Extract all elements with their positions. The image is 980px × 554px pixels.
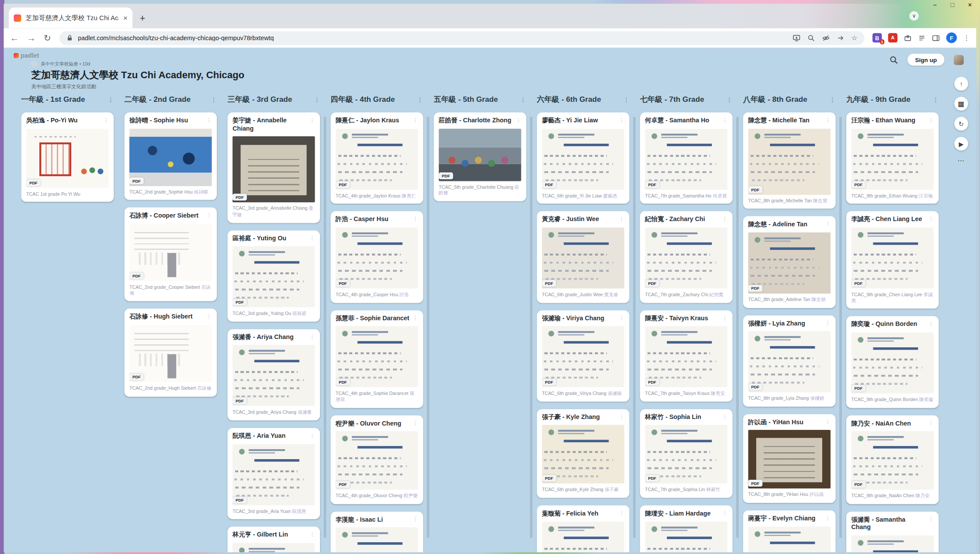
- post-card[interactable]: 石詠博 - Cooper Siebert ⋮ PDF TCAC_2nd grad…: [125, 208, 217, 301]
- attachment-preview[interactable]: PDF: [748, 526, 831, 552]
- attachment-preview[interactable]: PDF: [645, 425, 728, 484]
- post-card[interactable]: 葉馥菊 - Felicia Yeh ⋮ PDF TCAC_6th grade_F…: [537, 506, 629, 552]
- post-menu-icon[interactable]: ⋮: [619, 315, 625, 321]
- attachment-preview[interactable]: PDF: [645, 326, 728, 387]
- post-menu-icon[interactable]: ⋮: [206, 212, 212, 218]
- attachment-preview[interactable]: PDF: [233, 543, 315, 552]
- column-scrollbar[interactable]: [530, 117, 532, 538]
- post-menu-icon[interactable]: ⋮: [722, 117, 727, 123]
- profile-avatar[interactable]: F: [946, 32, 957, 43]
- address-bar[interactable]: padlet.com/mclsaschools/tzu-chi-academy-…: [59, 31, 864, 45]
- back-button[interactable]: ←: [10, 33, 19, 42]
- post-menu-icon[interactable]: ⋮: [825, 221, 831, 227]
- slideshow-button[interactable]: ▶: [954, 137, 968, 150]
- bitmoji-extension-icon[interactable]: B 1: [872, 33, 882, 42]
- reload-button[interactable]: ↻: [44, 33, 51, 42]
- column-menu-icon[interactable]: ⋮: [417, 96, 423, 103]
- attachment-preview[interactable]: PDF: [336, 227, 418, 288]
- post-card[interactable]: 區裕庭 - Yuting Ou ⋮ PDF TCAC_3rd grade_Yut…: [227, 230, 320, 322]
- window-close-button[interactable]: ×: [966, 0, 974, 9]
- post-menu-icon[interactable]: ⋮: [103, 117, 109, 123]
- post-menu-icon[interactable]: ⋮: [619, 510, 625, 516]
- post-card[interactable]: 紀怡寬 - Zachary Chi ⋮ PDF TCAC_7th grade_Z…: [640, 211, 733, 303]
- bookmark-star-icon[interactable]: ☆: [851, 35, 858, 42]
- post-menu-icon[interactable]: ⋮: [309, 531, 315, 537]
- tab-close-icon[interactable]: ×: [123, 14, 128, 22]
- attachment-preview[interactable]: PDF: [233, 136, 315, 203]
- post-menu-icon[interactable]: ⋮: [928, 516, 934, 522]
- post-menu-icon[interactable]: ⋮: [928, 117, 934, 123]
- attachment-preview[interactable]: PDF: [645, 521, 728, 552]
- post-menu-icon[interactable]: ⋮: [309, 235, 315, 241]
- post-card[interactable]: 孫慧菲 - Sophie Darancet ⋮ PDF TCAC_4th gra…: [330, 310, 423, 408]
- attachment-preview[interactable]: PDF: [542, 128, 625, 190]
- post-card[interactable]: 陳瑮安 - Liam Hardage ⋮ PDF TCAC_7th grade_…: [640, 506, 733, 552]
- attachment-preview[interactable]: PDF: [851, 128, 934, 190]
- post-card[interactable]: 許浩 - Casper Hsu ⋮ PDF TCAC_4th grade_Cas…: [330, 211, 423, 303]
- post-card[interactable]: 陳熹安 - Taivyn Kraus ⋮ PDF TCAC_7th grade_…: [640, 310, 733, 402]
- column-scrollbar[interactable]: [736, 117, 739, 538]
- post-card[interactable]: 汪宗瀚 - Ethan Wuang ⋮ PDF TCAC_9th grade_E…: [846, 112, 939, 204]
- post-menu-icon[interactable]: ⋮: [516, 117, 521, 123]
- account-button[interactable]: [954, 55, 964, 65]
- attachment-preview[interactable]: PDF: [851, 535, 934, 552]
- attachment-preview[interactable]: PDF: [542, 326, 625, 387]
- post-card[interactable]: 張樑妍 - Lyia Zhang ⋮ PDF TCAC_8th grade_Ly…: [743, 315, 836, 406]
- post-menu-icon[interactable]: ⋮: [722, 510, 727, 516]
- eye-off-icon[interactable]: [822, 34, 830, 42]
- attachment-preview[interactable]: PDF: [336, 128, 418, 190]
- column-menu-icon[interactable]: ⋮: [829, 96, 835, 103]
- column-scrollbar[interactable]: [324, 117, 327, 538]
- attachment-preview[interactable]: PDF: [439, 128, 521, 181]
- attachment-preview[interactable]: PDF: [645, 227, 728, 288]
- post-menu-icon[interactable]: ⋮: [619, 413, 625, 419]
- attachment-preview[interactable]: PDF: [748, 232, 831, 294]
- post-card[interactable]: 林元亨 - Gilbert Lin ⋮ PDF: [227, 527, 320, 552]
- tab-list-chevron-button[interactable]: ∨: [909, 11, 918, 21]
- column-menu-icon[interactable]: ⋮: [726, 96, 732, 103]
- post-menu-icon[interactable]: ⋮: [825, 117, 831, 123]
- post-card[interactable]: 莊皓晉 - Charlotte Zhong ⋮ PDF TCAC_5th gra…: [434, 112, 526, 201]
- new-tab-button[interactable]: +: [135, 9, 150, 25]
- attachment-preview[interactable]: PDF: [748, 128, 831, 195]
- refresh-button[interactable]: ↻: [954, 117, 968, 130]
- attachment-preview[interactable]: PDF: [645, 128, 728, 190]
- post-card[interactable]: 廖藝杰 - Yi Jie Liaw ⋮ PDF TCAC_6th grade_Y…: [537, 112, 629, 204]
- attachment-preview[interactable]: PDF: [336, 431, 418, 490]
- zoom-icon[interactable]: [807, 34, 815, 42]
- post-menu-icon[interactable]: ⋮: [413, 315, 418, 321]
- post-card[interactable]: 陳念慧 - Michelle Tan ⋮ PDF TCAC_8th grade_…: [743, 112, 836, 209]
- post-card[interactable]: 李漢龍 - Isaac Li ⋮ PDF TCAC_4th grade_Isaa…: [330, 512, 423, 552]
- attachment-preview[interactable]: PDF: [851, 431, 934, 490]
- post-menu-icon[interactable]: ⋮: [309, 117, 315, 123]
- attachment-preview[interactable]: PDF: [129, 325, 212, 382]
- post-card[interactable]: 李誠亮 - Chen Liang Lee ⋮ PDF TCAC_9th grad…: [846, 211, 939, 309]
- install-app-icon[interactable]: [792, 34, 801, 42]
- post-menu-icon[interactable]: ⋮: [722, 315, 727, 321]
- post-menu-icon[interactable]: ⋮: [825, 319, 831, 325]
- post-card[interactable]: 陳奕璇 - Quinn Borden ⋮ PDF TCAC_9th grade_…: [846, 316, 939, 408]
- post-menu-icon[interactable]: ⋮: [619, 117, 625, 123]
- post-menu-icon[interactable]: ⋮: [206, 313, 212, 319]
- post-card[interactable]: 蔣蔓宇 - Evelyn Chiang ⋮ PDF TCAC_8th grade…: [743, 510, 836, 552]
- attachment-preview[interactable]: PDF: [542, 227, 625, 288]
- side-panel-icon[interactable]: [932, 34, 940, 42]
- more-options-button[interactable]: ⋯: [957, 157, 965, 165]
- post-card[interactable]: 張濰喬 - Samantha Chang ⋮ PDF TCAC_9th grad…: [846, 512, 939, 552]
- attachment-preview[interactable]: PDF: [748, 430, 831, 488]
- post-menu-icon[interactable]: ⋮: [825, 515, 831, 521]
- attachment-preview[interactable]: PDF: [233, 246, 315, 307]
- extensions-puzzle-icon[interactable]: [904, 34, 912, 42]
- post-card[interactable]: 程尹樂 - Oluvor Cheng ⋮ PDF TCAC_4th grade_…: [330, 415, 423, 504]
- attachment-preview[interactable]: PDF: [851, 332, 934, 393]
- share-board-button[interactable]: ↑: [954, 77, 968, 90]
- attachment-preview[interactable]: PDF: [129, 128, 212, 186]
- attachment-preview[interactable]: PDF: [233, 345, 315, 406]
- column-menu-icon[interactable]: ⋮: [932, 96, 938, 103]
- column-menu-icon[interactable]: ⋮: [623, 96, 629, 103]
- sign-up-button[interactable]: Sign up: [907, 54, 944, 66]
- attachment-preview[interactable]: PDF: [542, 521, 625, 552]
- acrobat-extension-icon[interactable]: A: [888, 33, 897, 42]
- post-menu-icon[interactable]: ⋮: [309, 333, 315, 339]
- post-menu-icon[interactable]: ⋮: [928, 419, 934, 426]
